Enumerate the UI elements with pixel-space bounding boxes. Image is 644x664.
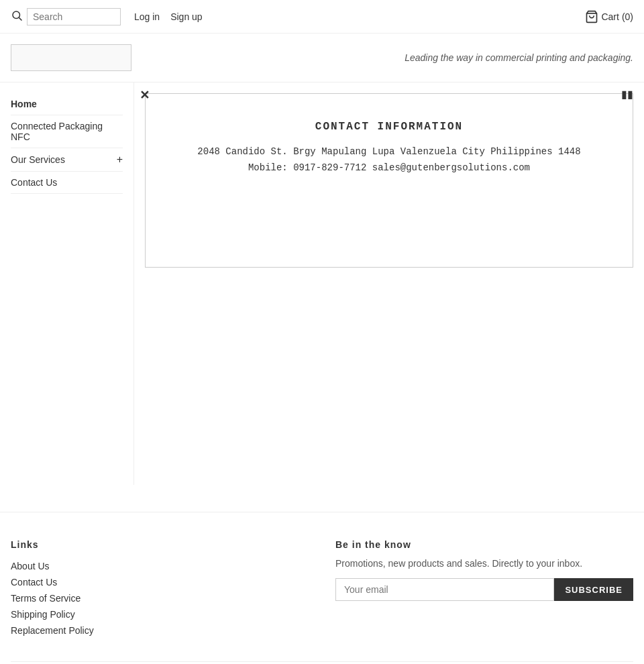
header-right: Cart (0) — [585, 10, 633, 23]
content-area: ✕ ▮▮ CONTACT INFORMATION 2048 Candido St… — [134, 82, 644, 485]
list-item: Shipping Policy — [11, 609, 309, 620]
newsletter-email-input[interactable] — [335, 578, 554, 601]
footer-top: Links About Us Contact Us Terms of Servi… — [11, 539, 633, 641]
list-item: Replacement Policy — [11, 625, 309, 636]
site-header: Log in Sign up Cart (0) — [0, 0, 644, 34]
svg-point-0 — [13, 11, 20, 19]
sidebar-item-contact-us[interactable]: Contact Us — [11, 172, 123, 194]
list-item: Terms of Service — [11, 593, 309, 604]
sidebar-nav: Home Connected Packaging NFC Our Service… — [11, 93, 123, 194]
newsletter-form: SUBSCRIBE — [335, 578, 633, 601]
sidebar-item-connected-packaging[interactable]: Connected Packaging NFC — [11, 115, 123, 148]
sidebar-item-our-services-label: Our Services — [11, 154, 65, 165]
subscribe-button[interactable]: SUBSCRIBE — [554, 578, 633, 601]
sign-up-link[interactable]: Sign up — [170, 11, 202, 22]
pause-icon[interactable]: ▮▮ — [621, 88, 633, 101]
footer-links-heading: Links — [11, 539, 309, 550]
logo — [11, 44, 131, 71]
sidebar: Home Connected Packaging NFC Our Service… — [0, 82, 134, 485]
contact-info-title: CONTACT INFORMATION — [159, 121, 619, 133]
footer-links-section: Links About Us Contact Us Terms of Servi… — [11, 539, 309, 641]
contact-info-box: CONTACT INFORMATION 2048 Candido St. Brg… — [145, 93, 633, 268]
expand-services-icon: + — [117, 154, 123, 166]
list-item: Contact Us — [11, 577, 309, 588]
contact-info-address: 2048 Candido St. Brgy Mapulang Lupa Vale… — [159, 146, 619, 157]
tagline: Leading the way in commercial printing a… — [405, 52, 633, 63]
footer-newsletter-section: Be in the know Promotions, new products … — [335, 539, 633, 641]
footer-replacement-link[interactable]: Replacement Policy — [11, 625, 94, 636]
footer-bottom: Copyright © 2023, Gutenberg Print Pack S… — [11, 661, 633, 664]
footer-about-link[interactable]: About Us — [11, 561, 50, 571]
contact-info-mobile: Mobile: 0917-829-7712 sales@gutenbergsol… — [159, 162, 619, 173]
cart-label: Cart — [601, 11, 619, 22]
list-item: About Us — [11, 561, 309, 571]
footer: Links About Us Contact Us Terms of Servi… — [0, 512, 644, 664]
header-nav: Log in Sign up — [134, 11, 203, 22]
footer-newsletter-heading: Be in the know — [335, 539, 633, 550]
search-input[interactable] — [27, 8, 121, 25]
footer-contact-link[interactable]: Contact Us — [11, 577, 57, 588]
footer-shipping-link[interactable]: Shipping Policy — [11, 609, 75, 620]
svg-line-1 — [19, 17, 21, 20]
sidebar-item-home[interactable]: Home — [11, 93, 123, 115]
sidebar-item-our-services[interactable]: Our Services + — [11, 148, 123, 172]
footer-terms-link[interactable]: Terms of Service — [11, 593, 80, 604]
cart-link[interactable]: Cart (0) — [585, 10, 633, 23]
logo-bar: Leading the way in commercial printing a… — [0, 34, 644, 82]
log-in-link[interactable]: Log in — [134, 11, 160, 22]
footer-newsletter-desc: Promotions, new products and sales. Dire… — [335, 558, 633, 569]
main-layout: Home Connected Packaging NFC Our Service… — [0, 82, 644, 485]
search-icon[interactable] — [11, 9, 23, 23]
footer-links-list: About Us Contact Us Terms of Service Shi… — [11, 561, 309, 636]
search-form — [11, 8, 121, 25]
cart-count: (0) — [622, 11, 633, 22]
close-icon[interactable]: ✕ — [140, 88, 150, 103]
